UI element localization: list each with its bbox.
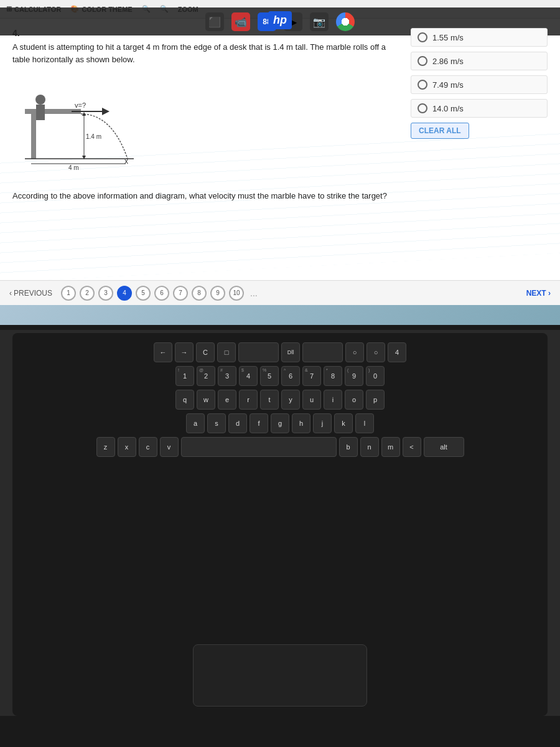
key-lt[interactable]: < [403, 437, 421, 457]
key-star[interactable]: *8 [324, 366, 342, 386]
answer-text-a: 1.55 m/s [432, 33, 464, 42]
key-u[interactable]: u [302, 390, 321, 410]
key-2[interactable]: @2 [197, 366, 215, 386]
next-icon: › [548, 289, 551, 298]
key-j[interactable]: j [313, 413, 332, 433]
svg-text:x: x [124, 157, 128, 166]
key-space[interactable] [181, 437, 337, 457]
key-a[interactable]: a [186, 413, 205, 433]
nav-item-10[interactable]: 10 [229, 286, 244, 301]
key-box[interactable]: □ [217, 342, 236, 362]
radio-c[interactable] [418, 80, 427, 90]
right-section: 1.55 m/s 2.86 m/s 7.49 m/s 14.0 m/s CLEA… [411, 28, 548, 202]
clear-all-button[interactable]: CLEAR ALL [411, 123, 469, 139]
key-i[interactable]: i [324, 390, 342, 410]
previous-button[interactable]: ‹ PREVIOUS [9, 289, 52, 298]
nav-item-9[interactable]: 9 [210, 286, 225, 301]
laptop-screen: ⊞ CALCULATOR 🎨 COLOR THEME 🔍 🔍 ZOOM 4. A… [0, 0, 560, 330]
answer-text-b: 2.86 m/s [432, 57, 464, 66]
key-r[interactable]: r [239, 390, 258, 410]
answer-option-a[interactable]: 1.55 m/s [411, 28, 548, 47]
key-back[interactable]: ← [154, 342, 172, 362]
answer-option-d[interactable]: 14.0 m/s [411, 99, 548, 118]
diagram-svg: v=? x 1.4 m 4 m [12, 72, 137, 171]
key-circle1[interactable]: ○ [345, 342, 364, 362]
key-f[interactable]: f [250, 413, 268, 433]
key-amp[interactable]: &7 [302, 366, 321, 386]
key-blank1[interactable] [238, 342, 279, 362]
answer-option-c[interactable]: 7.49 m/s [411, 75, 548, 94]
key-4[interactable]: 4 [388, 342, 406, 362]
radio-b[interactable] [418, 56, 427, 66]
svg-text:v=?: v=? [75, 101, 86, 109]
key-blank2[interactable] [302, 342, 343, 362]
hp-logo: hp [268, 11, 292, 29]
key-w[interactable]: w [197, 390, 215, 410]
nav-item-8[interactable]: 8 [192, 286, 207, 301]
nav-item-3[interactable]: 3 [98, 286, 113, 301]
key-c[interactable]: C [196, 342, 215, 362]
key-o[interactable]: o [345, 390, 363, 410]
question-number: 4. [12, 28, 398, 38]
answer-text-d: 14.0 m/s [432, 104, 464, 113]
key-circle2[interactable]: ○ [366, 342, 385, 362]
prev-label: PREVIOUS [14, 289, 52, 298]
key-fwd[interactable]: → [175, 342, 194, 362]
bottom-bezel [0, 716, 560, 747]
nav-item-6[interactable]: 6 [154, 286, 169, 301]
nav-item-1[interactable]: 1 [61, 286, 76, 301]
key-x[interactable]: x [118, 437, 136, 457]
key-dollar[interactable]: $4 [239, 366, 258, 386]
key-m[interactable]: m [381, 437, 400, 457]
key-t[interactable]: t [260, 390, 279, 410]
key-q[interactable]: q [175, 390, 194, 410]
touchpad[interactable] [193, 644, 367, 707]
key-dll[interactable]: Dll [281, 342, 300, 362]
key-e[interactable]: e [218, 390, 236, 410]
content-area: 4. A student is attempting to hit a targ… [0, 19, 560, 305]
key-p[interactable]: p [366, 390, 385, 410]
key-caret[interactable]: ^6 [281, 366, 300, 386]
sub-question-text: According to the above information and d… [12, 190, 398, 202]
prev-icon: ‹ [9, 289, 12, 298]
nav-dots: ... [250, 288, 258, 298]
hp-logo-area: hp [268, 11, 292, 29]
svg-rect-3 [36, 105, 45, 120]
key-c-letter[interactable]: c [139, 437, 157, 457]
key-row-zxcv: z x c v b n m < alt [22, 437, 538, 457]
key-s[interactable]: s [207, 413, 226, 433]
key-z[interactable]: z [96, 437, 115, 457]
svg-text:4 m: 4 m [68, 164, 79, 171]
key-h[interactable]: h [292, 413, 310, 433]
nav-item-2[interactable]: 2 [80, 286, 95, 301]
key-alt[interactable]: alt [424, 437, 464, 457]
next-label: NEXT [526, 289, 546, 298]
key-k[interactable]: k [334, 413, 353, 433]
svg-point-2 [35, 95, 45, 105]
radio-d[interactable] [418, 103, 427, 113]
answer-option-b[interactable]: 2.86 m/s [411, 52, 548, 70]
key-b[interactable]: b [339, 437, 358, 457]
key-1[interactable]: !1 [175, 366, 194, 386]
radio-a[interactable] [418, 32, 427, 42]
navigation-bar: ‹ PREVIOUS 1 2 3 4 5 6 7 8 9 10 ... NEXT… [0, 280, 560, 305]
key-rparen[interactable]: )0 [366, 366, 385, 386]
key-row-fn: ← → C □ Dll ○ ○ 4 [22, 342, 538, 362]
key-l[interactable]: l [355, 413, 374, 433]
key-g[interactable]: g [271, 413, 289, 433]
key-n[interactable]: n [360, 437, 379, 457]
key-lparen[interactable]: (9 [345, 366, 363, 386]
key-v[interactable]: v [160, 437, 179, 457]
nav-item-4[interactable]: 4 [117, 286, 132, 301]
key-3[interactable]: #3 [218, 366, 236, 386]
main-layout: 4. A student is attempting to hit a targ… [12, 28, 548, 202]
nav-item-7[interactable]: 7 [173, 286, 188, 301]
key-d[interactable]: d [228, 413, 247, 433]
next-button[interactable]: NEXT › [526, 289, 551, 298]
key-row-numbers: !1 @2 #3 $4 %5 ^6 &7 *8 (9 )0 [22, 366, 538, 386]
key-row-asdf: a s d f g h j k l [22, 413, 538, 433]
key-percent[interactable]: %5 [260, 366, 279, 386]
nav-item-5[interactable]: 5 [136, 286, 151, 301]
key-y[interactable]: y [281, 390, 300, 410]
left-section: 4. A student is attempting to hit a targ… [12, 28, 398, 202]
